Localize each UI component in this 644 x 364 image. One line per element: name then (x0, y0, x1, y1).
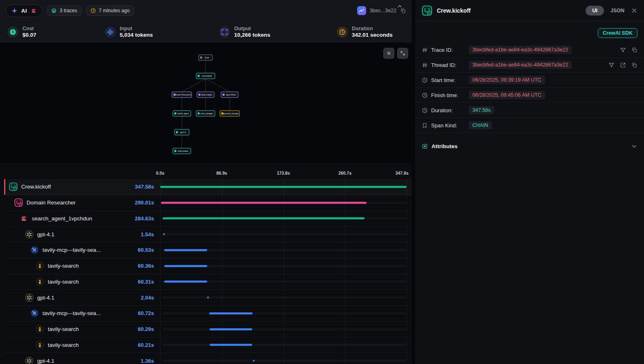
graph-node[interactable]: tavily-search (173, 148, 191, 154)
svg-text:gpt-4.1: gpt-4.1 (180, 131, 186, 133)
span-bar (163, 233, 165, 235)
copy-icon[interactable] (631, 62, 637, 68)
svg-text:Domain Researcher: Domain Researcher (175, 94, 192, 96)
span-name: search_agent_1vpchdun (32, 215, 92, 222)
external-icon[interactable] (620, 62, 626, 68)
clock-icon (337, 27, 348, 38)
span-duration: 1.54s (141, 231, 160, 237)
span-row[interactable]: tavily-search60.31s (4, 274, 412, 290)
tab-ui[interactable]: UI (586, 6, 604, 16)
span-duration: 290.01s (135, 200, 160, 206)
field-value: CHAIN (469, 121, 492, 129)
field-row: Trace ID:3becbfed-a1be-ae84-ea3c-4942867… (415, 42, 644, 58)
stat-duration: Duration342.01 seconds (337, 26, 393, 38)
stat-value: 5,034 tokens (120, 32, 153, 38)
trace-viewer-app: AI 3 traces 7 minutes ago 3bec...3e22 $C… (0, 0, 644, 364)
graph-node[interactable]: gpt-4.1 (174, 129, 189, 135)
tick-label: 260.7s (338, 171, 351, 175)
bookmark-icon (422, 122, 428, 129)
attributes-section-header[interactable]: Attributes (415, 138, 644, 154)
field-label: Thread ID: (431, 62, 465, 68)
tavily-icon (36, 341, 44, 349)
tick-label: 0.0s (156, 171, 164, 175)
trace-graph[interactable]: CrewCrew.kickoffDomain ResearcherData In… (0, 42, 412, 163)
graph-node[interactable]: generate_hyperge (220, 111, 239, 116)
span-row[interactable]: Domain Researcher290.01s (4, 195, 412, 211)
crew-pink-icon (14, 198, 23, 207)
field-label: Duration: (431, 107, 465, 113)
openai-icon (25, 230, 34, 239)
field-value: 06/28/2025, 09:39:19 AM UTC (469, 76, 545, 84)
stat-label: Output (234, 26, 271, 31)
span-name: Domain Researcher (27, 200, 76, 206)
dollar-icon: $ (7, 27, 18, 38)
graph-node[interactable]: Crew.kickoff (196, 73, 215, 79)
traces-badge-label: 3 traces (60, 8, 77, 13)
svg-text:generate_hyperge: generate_hyperge (223, 113, 239, 115)
traces-badge[interactable]: 3 traces (47, 5, 82, 16)
span-duration: 1.36s (141, 358, 160, 364)
span-row[interactable]: tavily-mcp---tavily-sea...60.72s (4, 306, 412, 322)
span-name: gpt-4.1 (37, 358, 54, 364)
stat-label: Input (120, 26, 153, 31)
span-row[interactable]: tavily-search60.29s (4, 322, 412, 337)
chart-icon[interactable] (357, 6, 366, 15)
stat-label: Duration (352, 26, 393, 31)
span-bar (164, 265, 207, 267)
graph-node[interactable]: Data Insights (197, 92, 214, 98)
span-bar (253, 360, 255, 362)
detail-title: Crew.kickoff (437, 7, 471, 14)
openai-icon (25, 293, 34, 302)
field-actions (608, 62, 637, 68)
hash-icon (422, 62, 428, 68)
stats-row: $Cost$0.07Input5,034 tokensOutput10,266 … (0, 21, 412, 42)
tab-json[interactable]: JSON (610, 8, 624, 13)
clock-icon (422, 107, 428, 113)
field-label: Span Kind: (431, 122, 465, 129)
span-row[interactable]: tavily-mcp---tavily-sea...60.53s (4, 242, 412, 258)
time-ago-badge[interactable]: 7 minutes ago (86, 5, 134, 16)
span-name: tavily-mcp---tavily-sea... (42, 310, 101, 316)
filter-icon[interactable] (608, 62, 615, 68)
graph-node[interactable]: Domain Researcher (172, 92, 192, 98)
span-row[interactable]: gpt-4.11.36s (4, 353, 412, 364)
tools-icon (30, 309, 39, 317)
span-track (163, 360, 407, 362)
trace-graph-area: CrewCrew.kickoffDomain ResearcherData In… (0, 42, 412, 163)
svg-text:crew_manager: crew_manager (201, 113, 213, 115)
field-list: Trace ID:3becbfed-a1be-ae84-ea3c-4942867… (415, 42, 644, 133)
ai-logo: AI (21, 8, 27, 14)
graph-node[interactable]: Crew (199, 55, 212, 60)
span-name: tavily-search (48, 342, 79, 348)
graph-node[interactable]: search_agent (173, 111, 191, 116)
span-row[interactable]: gpt-4.11.54s (4, 226, 412, 242)
span-row[interactable]: tavily-search60.21s (4, 337, 412, 353)
close-graph-button[interactable] (383, 48, 394, 59)
span-track (163, 233, 407, 235)
chevron-down-icon[interactable] (631, 143, 637, 149)
span-row[interactable]: tavily-search60.36s (4, 258, 412, 274)
expand-graph-button[interactable] (397, 48, 408, 59)
clock-icon (422, 77, 428, 83)
attributes-icon (422, 143, 428, 149)
span-duration: 60.31s (138, 279, 160, 285)
close-panel-icon[interactable] (631, 7, 637, 14)
chevron-up-icon[interactable] (396, 3, 403, 10)
span-row[interactable]: gpt-4.12.04s (4, 290, 412, 306)
span-name: tavily-mcp---tavily-sea... (42, 247, 101, 253)
stat-cost: $Cost$0.07 (7, 26, 105, 38)
sparkle-icon (11, 7, 18, 14)
span-row[interactable]: Crew.kickoff347.58s (4, 179, 412, 195)
span-track (163, 328, 407, 330)
svg-text:search_agent: search_agent (177, 113, 189, 115)
copy-icon[interactable] (631, 47, 637, 53)
graph-node[interactable]: crew_manager (196, 111, 215, 116)
scale-logo-icon (30, 7, 37, 14)
stat-output: Output10,266 tokens (219, 26, 337, 38)
span-bar (210, 344, 252, 346)
field-value: 06/28/2025, 09:45:06 AM UTC (469, 91, 545, 99)
filter-icon[interactable] (620, 47, 626, 53)
graph-node[interactable]: Agent Writer (221, 92, 238, 98)
span-row[interactable]: search_agent_1vpchdun284.63s (4, 211, 412, 227)
span-bar (160, 186, 407, 188)
